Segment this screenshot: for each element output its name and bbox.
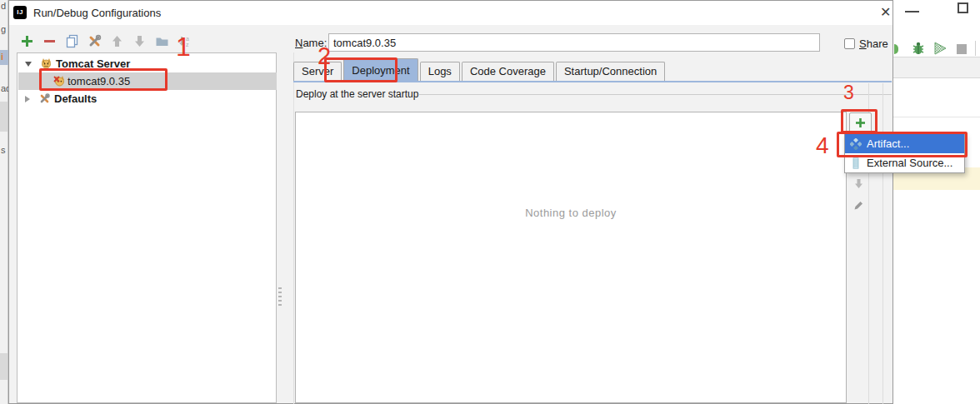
maximize-button[interactable] xyxy=(958,2,968,13)
external-source-icon xyxy=(850,157,862,169)
expand-arrow-icon[interactable] xyxy=(25,62,32,67)
annotation-number-2: 2 xyxy=(318,44,331,68)
splitter-handle[interactable] xyxy=(278,287,282,306)
move-down-button[interactable] xyxy=(132,34,147,48)
bg-text-fragment: g xyxy=(1,24,6,34)
bg-divider-line xyxy=(893,117,980,117)
close-icon[interactable]: ✕ xyxy=(880,4,891,21)
screenshot-canvas: d g i ad s xyxy=(0,0,980,404)
copy-configuration-button[interactable] xyxy=(65,34,79,48)
bg-toolbar-separator xyxy=(975,41,976,56)
add-configuration-button[interactable] xyxy=(20,34,34,48)
create-folder-button[interactable] xyxy=(155,34,169,48)
edit-defaults-button[interactable] xyxy=(88,34,102,48)
minimize-button[interactable] xyxy=(905,11,919,12)
deploy-list-panel xyxy=(295,112,847,403)
deploy-group-rule xyxy=(419,94,892,95)
bg-text-fragment: i xyxy=(1,52,3,62)
minus-icon xyxy=(42,34,57,48)
debug-bug-glyph xyxy=(911,41,926,56)
share-label[interactable]: Share xyxy=(859,37,888,50)
deploy-group-label: Deploy at the server startup xyxy=(296,88,418,100)
move-up-button[interactable] xyxy=(110,34,124,48)
run-icon-partial xyxy=(894,44,898,54)
annotation-box-1 xyxy=(39,68,168,91)
background-left-panel: d g i ad s xyxy=(0,0,8,404)
annotation-box-2 xyxy=(324,57,398,82)
collapse-arrow-icon[interactable] xyxy=(25,96,30,102)
wrench-icon xyxy=(88,34,102,48)
tab-code-coverage[interactable]: Code Coverage xyxy=(462,62,554,81)
configurations-toolbar: a z xyxy=(20,34,192,48)
dialog-title: Run/Debug Configurations xyxy=(33,7,161,19)
arrow-up-icon xyxy=(110,34,124,48)
bg-block xyxy=(0,102,8,132)
annotation-box-4 xyxy=(837,132,968,157)
arrow-down-icon xyxy=(132,34,147,48)
annotation-number-4: 4 xyxy=(816,134,829,157)
folder-icon xyxy=(155,34,169,48)
run-with-coverage-icon[interactable] xyxy=(932,41,948,56)
tab-startup-connection[interactable]: Startup/Connection xyxy=(556,62,665,81)
debug-bug-icon[interactable] xyxy=(911,41,926,56)
bg-text-fragment: d xyxy=(1,1,6,11)
tree-item-defaults[interactable]: Defaults xyxy=(18,90,277,107)
annotation-number-1: 1 xyxy=(176,33,191,60)
menu-item-label: External Source... xyxy=(867,157,952,169)
bg-block xyxy=(0,353,8,380)
bg-text-fragment: s xyxy=(1,145,6,155)
run-with-coverage-glyph xyxy=(932,41,948,56)
bg-toolbar-band xyxy=(893,57,980,78)
share-checkbox[interactable] xyxy=(844,38,855,49)
pencil-icon xyxy=(852,199,865,212)
annotation-number-3: 3 xyxy=(843,83,854,102)
stop-button[interactable] xyxy=(957,44,967,54)
copy-icon xyxy=(65,34,79,48)
defaults-wrench-icon xyxy=(38,92,51,105)
move-down-deployment-button[interactable] xyxy=(852,177,865,190)
arrow-down-icon xyxy=(852,177,865,190)
empty-state-text: Nothing to deploy xyxy=(295,207,847,219)
remove-configuration-button[interactable] xyxy=(42,34,57,48)
plus-icon xyxy=(20,34,34,48)
tree-item-label: Defaults xyxy=(54,92,97,105)
name-input[interactable] xyxy=(328,33,820,52)
intellij-logo-icon: IJ xyxy=(13,6,27,19)
panel-divider xyxy=(293,52,294,404)
edit-deployment-button[interactable] xyxy=(852,199,865,212)
configurations-tree: Tomcat Server tomcat9.0.35 xyxy=(17,52,277,403)
annotation-box-3 xyxy=(841,109,878,133)
tab-logs[interactable]: Logs xyxy=(420,62,460,81)
